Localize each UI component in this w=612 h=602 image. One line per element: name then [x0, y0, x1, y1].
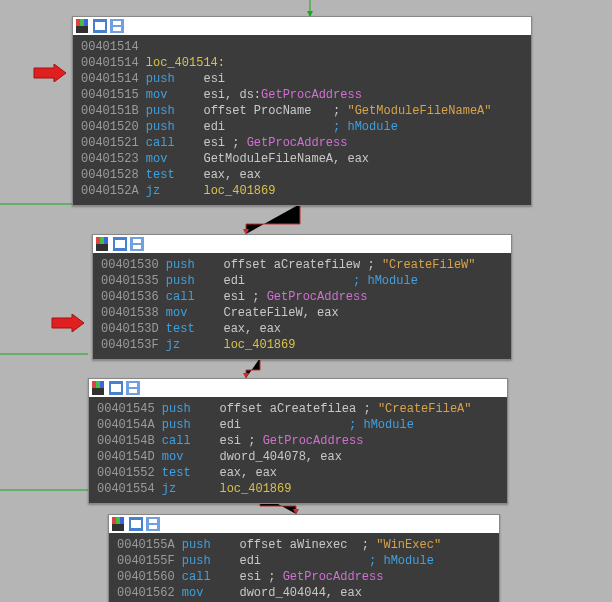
svg-rect-14 — [96, 244, 108, 251]
graph-icon — [146, 517, 160, 531]
svg-rect-9 — [113, 27, 121, 31]
svg-rect-38 — [149, 519, 157, 523]
disasm-code: 0040155A push offset aWinexec ; "WinExec… — [109, 533, 499, 602]
window-icon — [109, 381, 123, 395]
svg-rect-39 — [149, 525, 157, 529]
svg-rect-8 — [113, 21, 121, 25]
svg-rect-6 — [95, 22, 105, 30]
svg-rect-28 — [129, 383, 137, 387]
disasm-block[interactable]: 00401514 00401514 loc_401514: 00401514 p… — [72, 16, 532, 206]
palette-icon — [76, 19, 90, 33]
svg-rect-26 — [111, 384, 121, 392]
disasm-block[interactable]: 00401545 push offset aCreatefilea ; "Cre… — [88, 378, 508, 504]
graph-icon — [126, 381, 140, 395]
palette-icon — [92, 381, 106, 395]
disasm-code: 00401545 push offset aCreatefilea ; "Cre… — [89, 397, 507, 503]
annotation-arrow — [32, 64, 68, 82]
graph-icon — [110, 19, 124, 33]
svg-rect-24 — [92, 388, 104, 395]
block-titlebar — [93, 235, 511, 253]
svg-rect-32 — [116, 517, 120, 524]
svg-rect-34 — [112, 524, 124, 531]
palette-icon — [112, 517, 126, 531]
svg-rect-29 — [129, 389, 137, 393]
disasm-block[interactable]: 00401530 push offset aCreatefilew ; "Cre… — [92, 234, 512, 360]
block-titlebar — [109, 515, 499, 533]
svg-rect-21 — [92, 381, 96, 388]
annotation-arrow — [50, 314, 86, 332]
svg-rect-36 — [131, 520, 141, 528]
disasm-code: 00401530 push offset aCreatefilew ; "Cre… — [93, 253, 511, 359]
block-titlebar — [73, 17, 531, 35]
svg-rect-23 — [100, 381, 104, 388]
palette-icon — [96, 237, 110, 251]
svg-rect-13 — [104, 237, 108, 244]
svg-rect-11 — [96, 237, 100, 244]
svg-rect-3 — [84, 19, 88, 26]
window-icon — [93, 19, 107, 33]
svg-rect-2 — [80, 19, 84, 26]
svg-rect-33 — [120, 517, 124, 524]
disasm-block[interactable]: 0040155A push offset aWinexec ; "WinExec… — [108, 514, 500, 602]
svg-rect-4 — [76, 26, 88, 33]
svg-rect-18 — [133, 239, 141, 243]
svg-rect-31 — [112, 517, 116, 524]
svg-rect-12 — [100, 237, 104, 244]
window-icon — [113, 237, 127, 251]
window-icon — [129, 517, 143, 531]
disasm-code: 00401514 00401514 loc_401514: 00401514 p… — [73, 35, 531, 205]
graph-icon — [130, 237, 144, 251]
svg-rect-19 — [133, 245, 141, 249]
svg-rect-22 — [96, 381, 100, 388]
svg-rect-1 — [76, 19, 80, 26]
svg-rect-16 — [115, 240, 125, 248]
block-titlebar — [89, 379, 507, 397]
